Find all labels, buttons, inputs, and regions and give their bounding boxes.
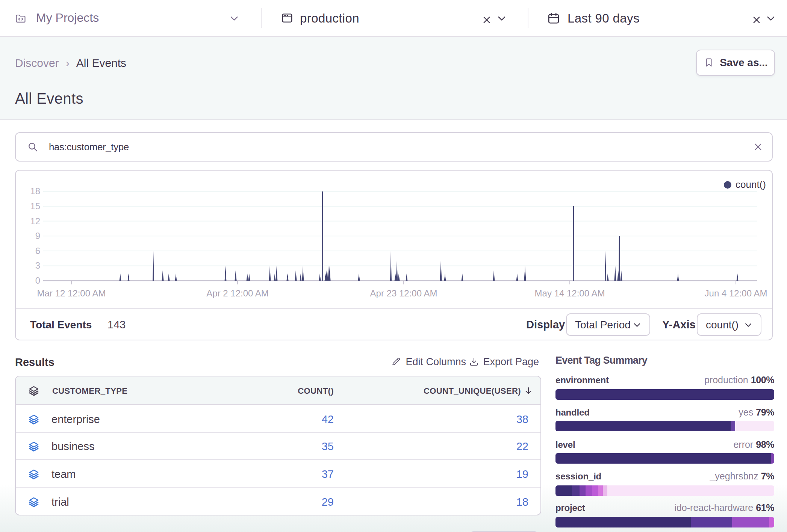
svg-text:18: 18: [30, 186, 40, 196]
svg-text:May 14 12:00 AM: May 14 12:00 AM: [535, 288, 605, 298]
svg-text:Mar 12 12:00 AM: Mar 12 12:00 AM: [37, 288, 106, 298]
svg-text:3: 3: [35, 260, 40, 271]
svg-text:Jun 4 12:00 AM: Jun 4 12:00 AM: [705, 288, 767, 298]
svg-text:12: 12: [30, 216, 40, 226]
svg-text:9: 9: [35, 231, 40, 241]
svg-text:0: 0: [35, 275, 40, 286]
svg-text:15: 15: [30, 201, 40, 211]
svg-text:Apr 2 12:00 AM: Apr 2 12:00 AM: [206, 288, 268, 298]
svg-text:6: 6: [35, 246, 40, 256]
svg-text:Apr 23 12:00 AM: Apr 23 12:00 AM: [370, 288, 437, 298]
